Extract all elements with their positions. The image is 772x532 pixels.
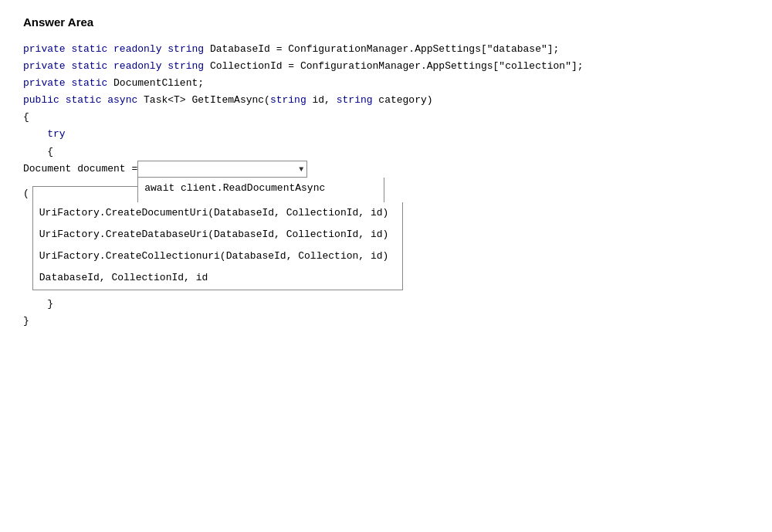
dropdown2-option-3[interactable]: UriFactory.CreateCollectionuri(DatabaseI… <box>33 246 402 267</box>
dropdown1-trigger[interactable]: ▼ <box>137 161 307 178</box>
dropdown1-wrapper[interactable]: ▼ await client.ReadDocumentAsync client.… <box>137 161 307 178</box>
answer-area: Answer Area private static readonly stri… <box>23 15 749 330</box>
code-line-7: { <box>23 144 749 161</box>
dropdown2-option-4[interactable]: DatabaseId, CollectionId, id <box>33 267 402 289</box>
code-line-2: private static readonly string Collectio… <box>23 58 749 75</box>
code-line-9: ( ▼ UriFactory.CreateDocumentUri(Databas… <box>23 185 749 203</box>
code-line-3: private static DocumentClient; <box>23 75 749 92</box>
dropdown2-options: UriFactory.CreateDocumentUri(DatabaseId,… <box>32 202 403 290</box>
answer-area-title: Answer Area <box>23 15 749 29</box>
code-line-4: public static async Task<T> GetItemAsync… <box>23 92 749 109</box>
dropdown2-option-2[interactable]: UriFactory.CreateDatabaseUri(DatabaseId,… <box>33 224 402 246</box>
dropdown1-arrow: ▼ <box>299 163 303 176</box>
code-line-16: } <box>23 313 749 330</box>
code-line-6: try <box>23 126 749 143</box>
dropdown1-option-1[interactable]: await client.ReadDocumentAsync <box>138 178 384 199</box>
code-line-15: } <box>23 296 749 313</box>
dropdown2-option-1[interactable]: UriFactory.CreateDocumentUri(DatabaseId,… <box>33 202 402 224</box>
spacer1 <box>23 178 749 185</box>
code-line-5: { <box>23 109 749 126</box>
code-line-8: Document document = ▼ await client.ReadD… <box>23 161 749 178</box>
code-line-1: private static readonly string DatabaseI… <box>23 41 749 58</box>
code-block: private static readonly string DatabaseI… <box>23 41 749 330</box>
